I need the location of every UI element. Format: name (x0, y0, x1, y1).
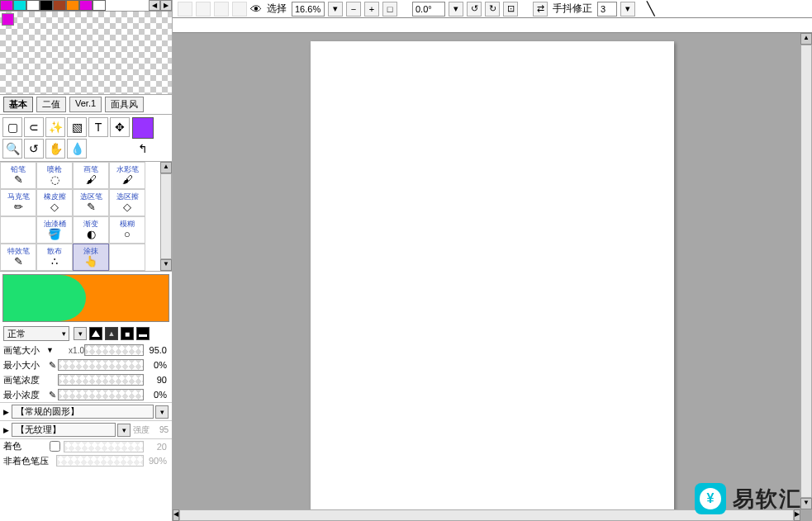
pressure-icon[interactable]: ✎ (46, 390, 58, 400)
min-size-value[interactable]: 0% (144, 360, 169, 370)
brush-preset[interactable]: 油漆桶🪣 (36, 216, 73, 244)
zoom-dropdown-button[interactable]: ▾ (328, 2, 343, 17)
min-density-value[interactable]: 0% (144, 390, 169, 400)
toolbar-button[interactable] (214, 2, 229, 17)
stabilizer-input[interactable]: 3 (597, 2, 617, 17)
brush-preset[interactable]: 渐变◐ (73, 216, 109, 244)
blend-dropdown-button[interactable]: ▾ (74, 327, 87, 340)
brush-tip-hard-icon[interactable]: ■ (121, 327, 134, 340)
palette-prev-button[interactable]: ◀ (149, 0, 160, 11)
zoom-input[interactable]: 16.6% (292, 2, 325, 17)
brush-tip-medium-icon[interactable] (105, 327, 118, 340)
density-slider[interactable] (58, 374, 144, 386)
rotate-icon[interactable]: ↺ (24, 139, 44, 159)
palette-swatch[interactable] (66, 0, 79, 11)
expand-icon[interactable]: ▼ (46, 346, 56, 354)
scroll-down-icon[interactable]: ▼ (160, 259, 172, 271)
palette-grid[interactable] (0, 12, 172, 94)
scroll-track[interactable] (800, 45, 812, 498)
min-density-slider[interactable] (58, 389, 144, 400)
brush-preset[interactable]: 选区擦◇ (109, 189, 145, 216)
scroll-up-icon[interactable]: ▲ (160, 162, 172, 173)
expand-icon[interactable]: ▶ (3, 426, 12, 434)
stabilizer-dropdown-button[interactable]: ▾ (620, 2, 635, 17)
tab-basic[interactable]: 基本 (3, 97, 33, 112)
palette-swatch[interactable] (93, 0, 106, 11)
palette-swatch[interactable] (0, 0, 13, 11)
brush-preset[interactable]: 水彩笔🖌 (109, 162, 145, 189)
shape-icon[interactable]: ▧ (67, 117, 87, 137)
zoom-fit-button[interactable]: □ (382, 2, 397, 17)
toolbar-button[interactable] (232, 2, 247, 17)
non-coloring-slider[interactable] (56, 455, 144, 467)
move-icon[interactable]: ✥ (110, 117, 130, 137)
rotation-input[interactable]: 0.0° (412, 2, 445, 17)
brush-tip-soft-icon[interactable] (89, 327, 102, 340)
brush-preset[interactable]: 散布∴ (36, 244, 73, 271)
text-icon[interactable]: T (88, 117, 108, 137)
palette-current-swatch[interactable] (2, 13, 14, 26)
tab-ver1[interactable]: Ver.1 (69, 97, 102, 112)
canvas-area[interactable]: ▲ ▼ ◀ ▶ (173, 33, 812, 521)
texture-dropdown[interactable]: 【无纹理】 (12, 423, 116, 437)
palette-swatch[interactable] (26, 0, 40, 11)
brush-preset[interactable]: 铅笔✎ (0, 162, 36, 189)
blend-mode-dropdown[interactable]: 正常 (3, 326, 69, 341)
eyedropper-icon[interactable]: 💧 (67, 139, 87, 159)
brush-shape-button[interactable]: ▾ (155, 405, 169, 419)
density-value[interactable]: 90 (144, 375, 169, 385)
brush-preset[interactable]: 特效笔✎ (0, 244, 36, 271)
scroll-up-icon[interactable]: ▲ (800, 33, 812, 45)
palette-swatch[interactable] (40, 0, 53, 11)
brush-preset[interactable]: 画笔🖌 (73, 162, 109, 189)
wand-icon[interactable]: ✨ (45, 117, 65, 137)
palette-swatch[interactable] (79, 0, 93, 11)
scroll-down-icon[interactable]: ▼ (800, 498, 812, 509)
line-tool-icon[interactable]: ╲ (647, 1, 655, 17)
scroll-left-icon[interactable]: ◀ (173, 509, 179, 521)
canvas[interactable] (311, 41, 674, 521)
min-size-slider[interactable] (58, 359, 144, 371)
rotation-dropdown-button[interactable]: ▾ (449, 2, 463, 17)
coloring-slider[interactable] (64, 441, 144, 452)
brush-preset[interactable]: 喷枪◌ (36, 162, 73, 189)
brush-shape-dropdown[interactable]: 【常规的圆形】 (12, 405, 154, 419)
rect-select-icon[interactable]: ▢ (2, 117, 22, 137)
hand-icon[interactable]: ✋ (45, 139, 65, 159)
brush-tip-flat-icon[interactable]: ▬ (136, 327, 150, 340)
brush-preset[interactable]: 模糊○ (109, 216, 145, 244)
texture-button[interactable]: ▾ (117, 424, 131, 437)
rotate-reset-button[interactable]: ⊡ (503, 2, 518, 17)
palette-next-button[interactable]: ▶ (160, 0, 172, 11)
lasso-icon[interactable]: ⊂ (24, 117, 44, 137)
brush-preset[interactable] (0, 216, 36, 244)
flip-horizontal-button[interactable]: ⇄ (533, 2, 548, 17)
brush-preset[interactable] (109, 244, 145, 271)
coloring-checkbox[interactable] (50, 441, 60, 452)
rotate-ccw-button[interactable]: ↺ (467, 2, 482, 17)
swap-colors-icon[interactable]: ↰ (136, 140, 150, 157)
palette-swatch[interactable] (13, 0, 26, 11)
toolbar-button[interactable] (178, 2, 192, 17)
toolbar-button[interactable] (196, 2, 211, 17)
zoom-in-button[interactable]: + (364, 2, 379, 17)
vertical-scrollbar[interactable]: ▲ ▼ (800, 33, 812, 509)
brush-size-slider[interactable] (84, 344, 144, 356)
brush-scrollbar[interactable]: ▲ ▼ (160, 162, 172, 271)
zoom-out-button[interactable]: − (346, 2, 361, 17)
brush-preset[interactable]: 涂抹👆 (73, 244, 109, 271)
foreground-color-swatch[interactable] (132, 117, 154, 139)
brush-preset[interactable]: 马克笔✏ (0, 189, 36, 216)
min-size-label: 最小大小 (3, 359, 46, 372)
palette-swatch[interactable] (53, 0, 66, 11)
expand-icon[interactable]: ▶ (3, 408, 12, 416)
pressure-icon[interactable]: ✎ (46, 360, 58, 371)
tab-binary[interactable]: 二值 (36, 97, 66, 112)
zoom-icon[interactable]: 🔍 (2, 139, 22, 159)
brush-preset[interactable]: 橡皮擦◇ (36, 189, 73, 216)
rotate-cw-button[interactable]: ↻ (485, 2, 500, 17)
brush-size-value[interactable]: 95.0 (144, 345, 169, 355)
brush-preset[interactable]: 选区笔✎ (73, 189, 109, 216)
scroll-track[interactable] (160, 173, 172, 259)
tab-mask[interactable]: 面具风 (105, 97, 144, 112)
